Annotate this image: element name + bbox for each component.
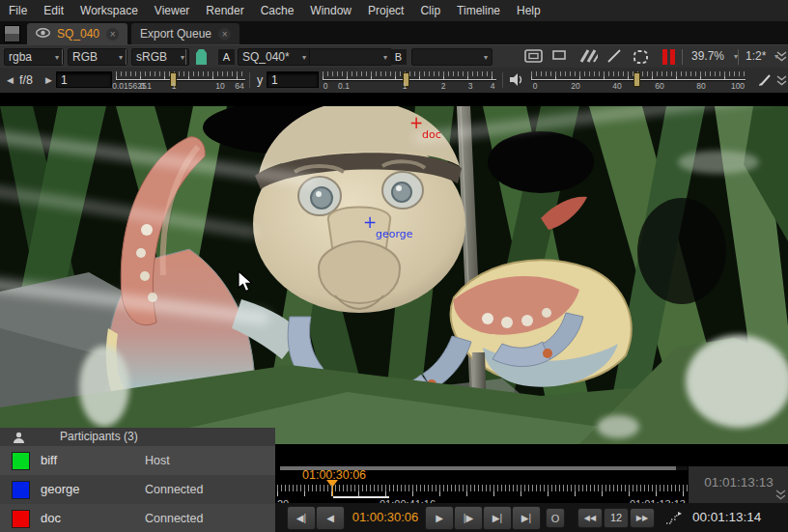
gamma-slider[interactable]: 0 0.1 1 2 3 4: [323, 70, 496, 91]
roi-icon[interactable]: [633, 49, 649, 68]
viewer-extra-dropdown[interactable]: ▾: [309, 48, 392, 66]
decrease-fps-button[interactable]: ◀◀: [577, 508, 603, 528]
menu-clip[interactable]: Clip: [420, 4, 440, 17]
gate-display-icon[interactable]: [524, 49, 543, 66]
participants-header: Participants (3): [0, 428, 275, 447]
divider: [62, 49, 63, 65]
participant-color-swatch: [12, 452, 30, 470]
play-backward-button[interactable]: ◀: [316, 506, 345, 530]
slider-ticks: [116, 71, 245, 79]
duration-display: 00:01:13:14: [692, 510, 761, 524]
step-forward-button[interactable]: |▶: [454, 506, 483, 530]
gamma-input[interactable]: [267, 71, 319, 88]
chevron-down-icon: ▾: [380, 53, 387, 62]
input-a-label: A: [218, 49, 235, 65]
participant-name: doc: [41, 504, 61, 532]
speaker-icon[interactable]: [510, 73, 524, 89]
checker-wipe-icon[interactable]: [578, 49, 598, 66]
participants-panel: Participants (3) biff Host george Connec…: [0, 428, 275, 532]
menu-window[interactable]: Window: [310, 4, 352, 17]
menu-render[interactable]: Render: [206, 4, 243, 17]
timeline-panel: 01:00:30:06 20 01:00:41:16 01:01:13:13 0…: [275, 444, 788, 532]
divider: [249, 72, 250, 88]
participant-row[interactable]: biff Host: [0, 446, 275, 475]
participant-color-swatch: [12, 510, 30, 528]
menu-workspace[interactable]: Workspace: [80, 4, 138, 17]
colorspace-dropdown[interactable]: sRGB ▾: [131, 48, 189, 66]
close-icon[interactable]: ×: [106, 28, 119, 41]
tab-label: SQ_040: [57, 27, 99, 41]
display-mode-dropdown[interactable]: RGB ▾: [68, 48, 127, 66]
fstop-decrease-icon[interactable]: ◀: [7, 68, 14, 93]
previous-edit-button[interactable]: ◀|: [287, 506, 316, 530]
menu-cache[interactable]: Cache: [261, 4, 295, 17]
fstop-increase-icon[interactable]: ▶: [45, 68, 52, 93]
double-chevron-down-icon[interactable]: [776, 51, 787, 65]
zoom-level-dropdown[interactable]: 39.7% ▾: [688, 48, 742, 64]
input-a-dropdown[interactable]: SQ_040* ▾: [238, 48, 311, 66]
wipe-tool-icon[interactable]: [606, 49, 623, 66]
timeline-marker-flag-icon[interactable]: [665, 511, 682, 528]
slider-track: [116, 79, 245, 80]
input-b-dropdown[interactable]: ▾: [411, 48, 492, 66]
eye-icon: [36, 27, 50, 41]
timeline-ruler[interactable]: [277, 485, 688, 496]
next-edit-button[interactable]: ▶|: [483, 506, 512, 530]
gain-input[interactable]: [56, 71, 112, 88]
color-sample-pen-icon[interactable]: [757, 73, 772, 90]
chevron-down-icon: ▾: [298, 53, 306, 62]
transport-controls: ◀| ◀ 01:00:30:06 ▶ |▶ ▶| ▶| O ◀◀ 12 ▶▶ 0…: [275, 503, 788, 532]
volume-slider[interactable]: 0 20 40 60 80 100: [531, 70, 746, 91]
divider: [126, 49, 127, 65]
channels-dropdown[interactable]: rgba ▾: [4, 48, 64, 66]
viewer-control-bar: ◀ f/8 ▶ 0.015625 0.1 1 10 64 y 0 0.1 1 2…: [0, 68, 788, 94]
menu-timeline[interactable]: Timeline: [457, 4, 500, 17]
tag-icon[interactable]: [194, 49, 209, 69]
chevron-down-icon: ▾: [480, 53, 488, 62]
divider: [502, 72, 503, 88]
participant-row[interactable]: george Connected: [0, 475, 275, 504]
viewer-image: [0, 106, 788, 444]
format-overlay-icon[interactable]: [552, 49, 566, 64]
workspace-layout-icon[interactable]: [4, 25, 20, 42]
increase-fps-button[interactable]: ▶▶: [630, 508, 655, 528]
participant-status: Connected: [145, 475, 203, 504]
participant-status: Host: [145, 446, 170, 475]
tab-bar: SQ_040 × Export Queue ×: [0, 21, 788, 44]
gamma-label: y: [257, 68, 263, 93]
double-chevron-down-icon[interactable]: [775, 487, 786, 504]
play-button[interactable]: ▶: [425, 506, 454, 530]
fps-display[interactable]: 12: [604, 508, 629, 528]
participant-status: Connected: [145, 504, 203, 532]
divider: [682, 49, 683, 65]
tab-sq040[interactable]: SQ_040 ×: [27, 23, 127, 44]
chevron-down-icon: ▾: [177, 53, 184, 62]
out-point-time: 01:01:13:13: [689, 466, 788, 499]
menu-edit[interactable]: Edit: [43, 4, 64, 17]
participant-row[interactable]: doc Connected: [0, 504, 275, 532]
current-timecode[interactable]: 01:00:30:06: [349, 510, 422, 524]
viewer-canvas[interactable]: + doc + george: [0, 93, 788, 444]
pause-render-icon[interactable]: [662, 49, 676, 65]
fstop-label: f/8: [19, 68, 33, 93]
loop-mode-button[interactable]: O: [546, 508, 565, 528]
menu-help[interactable]: Help: [517, 4, 541, 17]
close-icon[interactable]: ×: [218, 28, 231, 41]
participant-name: biff: [41, 446, 57, 475]
gain-slider[interactable]: 0.015625 0.1 1 10 64: [116, 70, 245, 91]
chevron-down-icon: ▾: [730, 52, 738, 61]
tab-export-queue[interactable]: Export Queue ×: [131, 23, 239, 44]
double-chevron-down-icon[interactable]: [776, 75, 787, 89]
participant-color-swatch: [12, 481, 30, 499]
goto-end-button[interactable]: ▶|: [512, 506, 541, 530]
menu-file[interactable]: File: [9, 4, 27, 17]
nuke-window: File Edit Workspace Viewer Render Cache …: [0, 0, 788, 532]
participant-name: george: [41, 475, 79, 504]
participants-title: Participants (3): [60, 428, 138, 446]
slider-track: [323, 79, 496, 80]
out-point-display: 01:01:13:13: [688, 466, 788, 503]
volume-slider-handle[interactable]: [633, 72, 640, 87]
menu-project[interactable]: Project: [368, 4, 404, 17]
menu-viewer[interactable]: Viewer: [155, 4, 189, 17]
menu-bar: File Edit Workspace Viewer Render Cache …: [0, 0, 788, 22]
